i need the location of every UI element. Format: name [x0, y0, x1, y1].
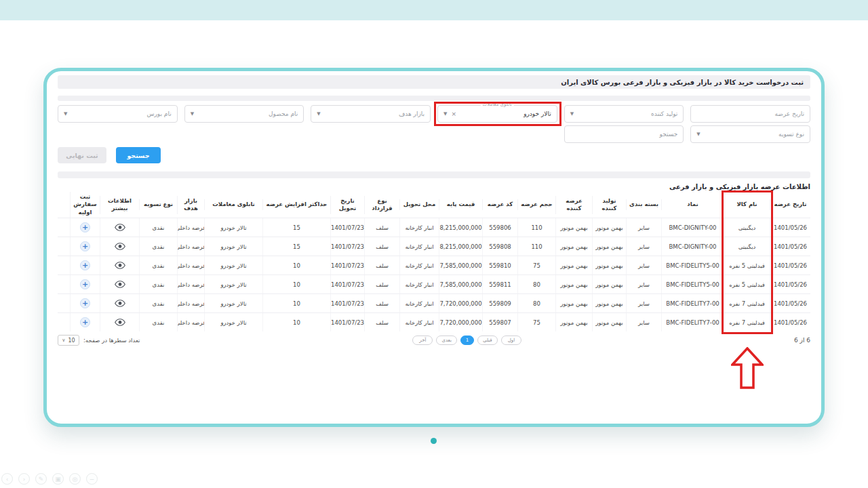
- table-cell: عرضه داخلی: [177, 218, 204, 237]
- chevron-down-icon: ▼: [696, 131, 700, 137]
- view-details-eye-icon[interactable]: [115, 281, 125, 288]
- search-input[interactable]: [570, 126, 678, 142]
- search-input-wrap[interactable]: [564, 125, 684, 143]
- table-cell: عرضه داخلی: [177, 237, 204, 256]
- table-cell: 1401/05/26: [770, 294, 810, 312]
- add-initial-order-button[interactable]: +: [80, 241, 90, 251]
- table-cell: انبار کارخانه: [399, 237, 439, 256]
- table-cell: سلف: [364, 313, 399, 331]
- table-cell: نقدی: [139, 237, 177, 256]
- table-cell: دیگنیتی: [724, 237, 770, 256]
- table-cell: سایر: [626, 256, 661, 274]
- more-info-cell: [100, 256, 139, 274]
- table-footer: 6 از 6 اول قبلی 1 بعدی آخر تعداد سطرها د…: [58, 335, 810, 346]
- view-details-eye-icon[interactable]: [115, 319, 125, 326]
- view-details-eye-icon[interactable]: [115, 300, 125, 307]
- table-cell: 1401/05/26: [770, 313, 810, 331]
- producer-select[interactable]: تولید کننده ▼: [564, 105, 684, 123]
- add-initial-order-button[interactable]: +: [80, 298, 90, 308]
- pagination-prev-button[interactable]: قبلی: [477, 336, 498, 345]
- table-cell: BMC-FIDELITY7-00: [661, 294, 724, 312]
- view-details-eye-icon[interactable]: [115, 262, 125, 269]
- table-cell: 1401/07/23: [330, 256, 364, 274]
- supply-date-input[interactable]: [696, 106, 804, 122]
- divider-strip: [58, 171, 810, 178]
- back-icon[interactable]: ‹: [1, 473, 13, 485]
- add-initial-order-button[interactable]: +: [80, 260, 90, 270]
- forward-icon[interactable]: ›: [18, 473, 30, 485]
- table-cell: فیدلیتی 7 نفره: [724, 294, 770, 312]
- table-cell: تالار خودرو: [204, 313, 262, 331]
- add-initial-order-button[interactable]: +: [80, 279, 90, 289]
- view-details-eye-icon[interactable]: [115, 224, 125, 231]
- table-row: 1401/05/26فیدلیتی 7 نفرهBMC-FIDELITY7-00…: [58, 312, 810, 331]
- table-cell: انبار کارخانه: [399, 313, 439, 331]
- chevron-down-icon: ∨: [62, 338, 65, 343]
- product-name-select[interactable]: نام محصول ▼: [184, 105, 304, 123]
- pagination-first-button[interactable]: اول: [501, 336, 521, 345]
- table-cell: انبار کارخانه: [399, 294, 439, 312]
- table-cell: فیدلیتی 5 نفره: [724, 275, 770, 293]
- table-cell: بهمن موتور: [555, 294, 592, 312]
- exchange-name-select[interactable]: نام بورس ▼: [58, 105, 178, 123]
- chevron-down-icon: ▼: [570, 111, 574, 117]
- table-cell: فیدلیتی 7 نفره: [724, 313, 770, 331]
- table-cell: 110: [517, 237, 555, 256]
- table-body: 1401/05/26دیگنیتیBMC-DIGNITY-00سایربهمن …: [58, 218, 810, 331]
- table-cell: 1401/05/26: [770, 275, 810, 293]
- supply-date-input-wrap[interactable]: [690, 105, 810, 123]
- table-cell: سایر: [626, 313, 661, 331]
- settlement-type-select[interactable]: نوع تسویه ▼: [690, 125, 810, 143]
- table-cell: بهمن موتور: [592, 294, 626, 312]
- pagination-current-page[interactable]: 1: [460, 336, 474, 345]
- table-cell: 1401/07/23: [330, 313, 364, 331]
- table-cell: سایر: [626, 275, 661, 293]
- chevron-down-icon: ▼: [443, 111, 447, 117]
- table-cell: بهمن موتور: [555, 218, 592, 237]
- add-initial-order-button[interactable]: +: [80, 222, 90, 232]
- table-cell: BMC-DIGNITY-00: [661, 237, 724, 256]
- add-initial-order-button[interactable]: +: [80, 317, 90, 327]
- table-cell: انبار کارخانه: [399, 256, 439, 274]
- target-market-select[interactable]: بازار هدف ▼: [311, 105, 431, 123]
- filter-row-2: نوع تسویه ▼: [58, 125, 810, 143]
- table-cell: انبار کارخانه: [399, 275, 439, 293]
- edge-toolbar: ‹›✎▣◎−: [1, 473, 98, 485]
- table-row: 1401/05/26فیدلیتی 5 نفرهBMC-FIDELITY5-00…: [58, 256, 810, 274]
- divider-strip: [58, 96, 810, 101]
- initial-order-cell: +: [70, 256, 100, 274]
- table-cell: 80: [517, 275, 555, 293]
- pagination-next-button[interactable]: بعدی: [436, 336, 456, 345]
- screenshot-icon[interactable]: ▣: [52, 473, 64, 485]
- table-row: 1401/05/26دیگنیتیBMC-DIGNITY-00سایربهمن …: [58, 237, 810, 256]
- screen: ثبت درخواست خرید کالا در بازار فیزیکی و …: [0, 0, 868, 488]
- table-cell: بهمن موتور: [592, 275, 626, 293]
- table-cell: نقدی: [139, 218, 177, 237]
- column-header: تولید کننده: [592, 196, 626, 214]
- table-cell: BMC-FIDELITY7-00: [661, 313, 724, 331]
- chevron-down-icon: ▼: [191, 111, 194, 117]
- trading-board-select[interactable]: تابلوی معاملات تالار خودرو × ▼: [437, 105, 557, 123]
- final-submit-button[interactable]: ثبت نهایی: [58, 147, 106, 163]
- table-row: 1401/05/26دیگنیتیBMC-DIGNITY-00سایربهمن …: [58, 218, 810, 237]
- page-title: ثبت درخواست خرید کالا در بازار فیزیکی و …: [58, 75, 810, 89]
- table-cell: تالار خودرو: [204, 256, 262, 274]
- column-header: محل تحویل: [399, 199, 439, 209]
- pagination-last-button[interactable]: آخر: [412, 336, 433, 345]
- zoom-icon[interactable]: ◎: [69, 473, 81, 485]
- table-cell: عرضه داخلی: [177, 294, 204, 312]
- table-cell: 1401/07/23: [330, 218, 364, 237]
- view-details-eye-icon[interactable]: [115, 243, 125, 250]
- search-button[interactable]: جستجو: [116, 147, 161, 163]
- table-cell: 1401/05/26: [770, 256, 810, 274]
- rows-per-page-select[interactable]: 10 ∨: [58, 335, 79, 346]
- exchange-name-select-label: نام بورس: [71, 110, 171, 117]
- clear-icon[interactable]: ×: [451, 110, 456, 117]
- edit-icon[interactable]: ✎: [35, 473, 47, 485]
- column-header: حداکثر افزایش عرضه: [262, 199, 330, 209]
- table-cell: سایر: [626, 294, 661, 312]
- collapse-icon[interactable]: −: [86, 473, 98, 485]
- table-cell: بهمن موتور: [592, 237, 626, 256]
- table-cell: 559807: [482, 313, 517, 331]
- table-cell: نقدی: [139, 294, 177, 312]
